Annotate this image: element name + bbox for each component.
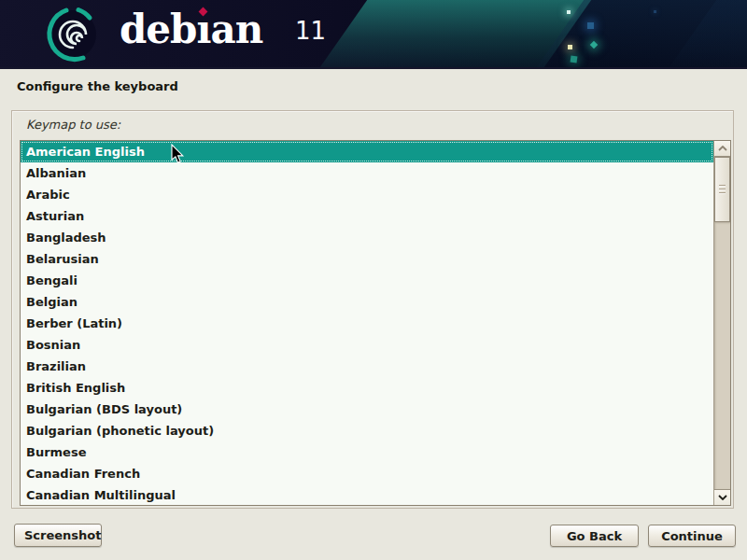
go-back-button[interactable]: Go Back	[550, 525, 639, 547]
scroll-down-button[interactable]	[714, 489, 730, 505]
keymap-list-item[interactable]: Canadian French	[21, 463, 713, 484]
screenshot-button[interactable]: Screenshot	[14, 524, 102, 547]
keymap-list-item[interactable]: Bulgarian (BDS layout)	[21, 399, 713, 420]
header-banner: debıan 11	[0, 0, 747, 69]
wordmark-i-with-red-diamond: ı	[196, 7, 210, 52]
glow-square-icon	[571, 56, 578, 63]
debian-wordmark: debıan	[120, 8, 262, 51]
keymap-list-item[interactable]: Berber (Latin)	[21, 313, 713, 334]
glow-square-icon	[654, 10, 656, 13]
installer-window: debıan 11 Configure the keyboard Keymap …	[0, 0, 747, 560]
mouse-cursor-icon	[171, 144, 185, 164]
keymap-list-item[interactable]: Belgian	[21, 291, 713, 313]
scroll-up-button[interactable]	[714, 141, 730, 157]
keymap-list-item[interactable]: Belarusian	[21, 248, 713, 270]
keymap-list-item[interactable]: Bosnian	[21, 334, 713, 356]
continue-button[interactable]: Continue	[648, 525, 736, 547]
scrollbar-grip-icon	[719, 185, 726, 195]
keymap-list-item[interactable]: Asturian	[21, 205, 713, 227]
scrollbar-track[interactable]	[714, 222, 730, 489]
keymap-list-item[interactable]: Arabic	[21, 184, 713, 205]
keymap-list-item[interactable]: Brazilian	[21, 356, 713, 377]
vertical-scrollbar[interactable]	[713, 141, 730, 505]
keymap-frame: Keymap to use: American EnglishAlbanianA…	[11, 110, 734, 509]
keymap-list-item[interactable]: Bengali	[21, 270, 713, 291]
wordmark-part: deb	[120, 7, 196, 52]
debian-version-number: 11	[295, 17, 326, 45]
chevron-down-icon	[718, 495, 727, 500]
keymap-list-item[interactable]: American English	[21, 141, 713, 162]
glow-square-icon	[567, 10, 571, 14]
glow-square-icon	[587, 22, 594, 29]
keymap-list-item[interactable]: Burmese	[21, 441, 713, 463]
chevron-up-icon	[718, 146, 727, 151]
keymap-list-item[interactable]: British English	[21, 377, 713, 399]
keymap-list-item[interactable]: Bulgarian (phonetic layout)	[21, 420, 713, 441]
wordmark-part: an	[210, 7, 262, 52]
scrollbar-thumb[interactable]	[714, 157, 730, 222]
keymap-label: Keymap to use:	[26, 118, 120, 132]
keymap-list-item[interactable]: Albanian	[21, 162, 713, 184]
keymap-list-item[interactable]: Bangladesh	[21, 227, 713, 248]
debian-swirl-logo-icon	[41, 5, 103, 64]
keymap-list: American EnglishAlbanianArabicAsturianBa…	[21, 141, 713, 505]
glow-square-icon	[568, 45, 572, 49]
keymap-list-item[interactable]: Canadian Multilingual	[21, 484, 713, 505]
page-title: Configure the keyboard	[17, 79, 178, 93]
keymap-listbox[interactable]: American EnglishAlbanianArabicAsturianBa…	[20, 140, 731, 506]
